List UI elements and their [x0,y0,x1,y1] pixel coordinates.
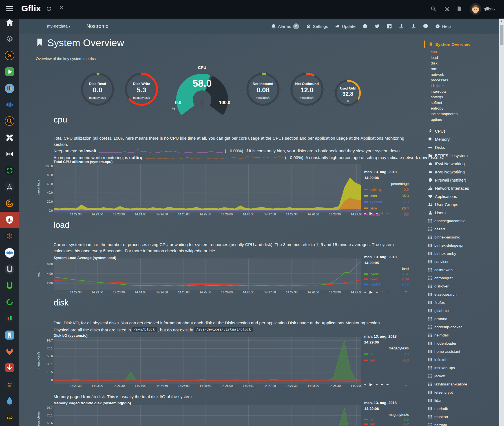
update-button[interactable]: Update [335,24,355,29]
facebook-icon[interactable] [387,24,392,29]
changelog-icon[interactable] [457,6,462,12]
page-scrollbar[interactable] [499,19,504,426]
nav-section-system-overview[interactable]: System Overview [424,41,499,48]
nav-item-interrupts[interactable]: interrupts [431,89,499,94]
download-icon[interactable] [399,24,404,29]
app-horseshoe-green-icon[interactable] [0,277,19,294]
nav-section-network-interfaces[interactable]: Network Interfaces [428,184,499,192]
twitter-icon[interactable] [375,24,380,29]
nav-item-ram[interactable]: ram [431,66,499,72]
alarms-button[interactable]: Alarms2 [271,23,299,29]
app-lazylibrarian-icon[interactable]: LAZY [0,376,19,392]
avatar[interactable] [470,3,481,15]
app-shield-icon[interactable] [0,212,19,228]
app-arrow-down-icon[interactable] [0,360,19,376]
nav-app-firefox[interactable]: firefox [428,298,499,307]
nav-section-ipv4-networking[interactable]: IPv4 Networking [428,160,499,168]
nav-app-cadvisor[interactable]: cadvisor [428,258,499,266]
app-bars-icon[interactable] [0,310,19,327]
legend-row-out[interactable]: out-5.2 [364,422,409,426]
zoom-in-icon[interactable]: + [381,211,383,215]
app-tower-icon[interactable] [0,327,19,343]
play-icon[interactable]: ▶ [370,211,373,215]
legend-row-load1[interactable]: load16.51 [364,271,409,276]
nav-app-influxdb-ups[interactable]: influxdb-ups [428,364,499,372]
resize-icon[interactable]: ↕ [405,211,407,215]
nav-app-lidarr[interactable]: lidarr [428,396,499,405]
github-icon[interactable] [362,24,368,29]
nav-item-idlejitter[interactable]: idlejitter [431,83,499,89]
nav-app-letsencrypt[interactable]: letsencrypt [428,388,499,396]
zoom-in-icon[interactable]: + [381,382,383,386]
app-play-icon[interactable] [0,64,19,80]
chart-canvas-cpu[interactable]: 0.020.040.060.080.0100.014:22:3014:23:00… [42,164,363,219]
play-icon[interactable]: ▶ [370,290,373,294]
app-nodes-icon[interactable] [0,179,19,195]
nav-app-chronograf[interactable]: chronograf [428,274,499,282]
nav-app-lazylibrarian-calibre[interactable]: lazylibrarian-calibre [428,380,499,388]
app-bowtie-icon[interactable] [0,146,19,162]
nav-app-netdata[interactable]: netdata [428,421,499,426]
scroll-thumb[interactable] [500,25,503,45]
legend-row-load15[interactable]: load152.06 [364,282,409,287]
app-drop-icon[interactable] [0,392,19,409]
refresh-icon[interactable] [46,6,52,12]
app-ring-icon[interactable] [0,294,19,310]
chart-canvas-load[interactable]: 2.004.006.0014:22:3014:23:0014:23:3014:2… [42,258,363,298]
nav-section-users[interactable]: Users [428,209,499,217]
pan-backward-icon[interactable]: « [364,290,366,294]
nav-app-grafana[interactable]: grafana [428,315,499,323]
pan-backward-icon[interactable]: « [364,382,366,386]
nav-item-load[interactable]: load [431,55,499,61]
nav-item-uptime[interactable]: uptime [431,117,499,122]
legend-row-out[interactable]: out-5.3 [364,357,409,363]
user-menu[interactable]: gilbn ▾ [484,6,495,11]
nav-app-mariadb[interactable]: mariadb [428,405,499,413]
legend-row-system[interactable]: system2.3 [364,199,409,205]
legend-row-in[interactable]: in0.0 [364,417,409,422]
nav-app-monitorr[interactable]: monitorr [428,413,499,421]
pan-forward-icon[interactable]: » [376,211,378,215]
server-dropdown[interactable]: my-netdata ▾ [47,24,70,28]
nav-section-user-groups[interactable]: User Groups [428,200,499,209]
nav-section-disks[interactable]: Disks [428,143,499,151]
nav-app-home-assistant[interactable]: home-assistant [428,347,499,356]
resize-icon[interactable]: ↕ [405,290,407,294]
gauge-disk-read[interactable]: Disk Read0.0megabytes/s [79,71,116,108]
search-icon[interactable] [431,6,436,12]
zoom-out-icon[interactable]: − [386,211,389,215]
print-icon[interactable] [423,24,428,29]
chart-canvas-pgpgio[interactable]: 58.678.197.714:22:3014:23:0014:23:3014:2… [42,405,363,426]
app-library-icon[interactable] [0,80,19,97]
gauge-net-inbound[interactable]: Net Inbound0.08megabits/s [244,71,282,108]
app-circles-icon[interactable] [0,245,19,261]
settings-gear-icon[interactable] [0,31,19,47]
legend-row-user[interactable]: user35.3 [364,193,409,199]
app-chevrons-icon[interactable]: » [0,47,19,64]
nav-app-diskover[interactable]: diskover [428,282,499,290]
help-button[interactable]: ?Help [435,24,451,29]
nav-item-entropy[interactable]: entropy [431,106,499,111]
app-waveform-icon[interactable] [0,97,19,113]
app-horseshoe-icon[interactable] [0,261,19,277]
nav-section-firewall-netfilter-[interactable]: Firewall (netfilter) [428,176,499,184]
hamburger-icon[interactable] [6,6,13,12]
gauge-net-outbound[interactable]: Net Outbound12.0megabits/s [288,71,326,108]
play-icon[interactable]: ▶ [370,382,373,386]
settings-button[interactable]: Settings [306,24,328,29]
nav-section-cpus[interactable]: CPUs [428,127,499,135]
pan-forward-icon[interactable]: » [376,290,378,294]
nav-app-influxdb[interactable]: influxdb [428,356,499,364]
nav-section-memory[interactable]: Memory [428,135,499,143]
pan-forward-icon[interactable]: » [376,382,378,386]
legend-row-nice[interactable]: nice20.4 [364,205,409,211]
chart-canvas-disk[interactable]: 0.019.539.158.678.197.714:22:3014:23:001… [42,337,363,392]
nav-app-hddtemp-docker[interactable]: hddtemp-docker [428,323,499,331]
nav-app-apacheguacamole[interactable]: apacheguacamole [428,217,499,225]
fullscreen-icon[interactable] [444,6,450,12]
nav-item-disk[interactable]: disk [431,61,499,66]
app-cluster-icon[interactable] [0,228,19,244]
nav-item-cpu[interactable]: cpu [431,49,499,55]
zoom-out-icon[interactable]: − [386,382,389,386]
close-icon[interactable]: ✕ [59,5,64,11]
